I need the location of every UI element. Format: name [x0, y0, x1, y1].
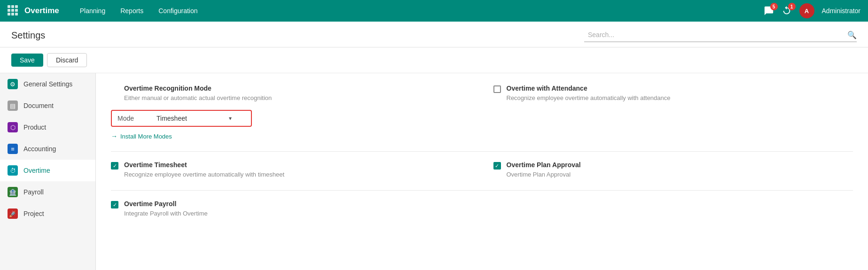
section-desc-recognition-mode: Either manual or automatic actual overti…	[124, 94, 272, 102]
checkbox-overtime-attendance[interactable]	[493, 85, 501, 93]
search-input[interactable]	[584, 30, 847, 39]
menu-configuration[interactable]: Configuration	[151, 0, 205, 22]
user-avatar[interactable]: A	[799, 3, 814, 18]
divider-2	[111, 190, 853, 191]
sidebar-item-general-settings[interactable]: ⚙ General Settings	[0, 73, 95, 95]
checkbox-overtime-payroll[interactable]	[111, 201, 118, 208]
mode-container: Mode Manual Timesheet Attendance ▾	[111, 110, 252, 127]
section-overtime-timesheet: Overtime Timesheet Recognize employee ov…	[111, 161, 471, 179]
sidebar-item-document[interactable]: ▤ Document	[0, 95, 95, 116]
project-icon: 🚀	[8, 208, 18, 219]
document-icon: ▤	[8, 100, 18, 111]
search-icon[interactable]: 🔍	[847, 31, 857, 39]
page-title: Settings	[11, 30, 45, 41]
chat-button[interactable]: 5	[764, 6, 774, 16]
topnav-right: 5 1 A Administrator	[764, 3, 860, 18]
section-title-overtime-timesheet: Overtime Timesheet	[124, 161, 284, 169]
menu-planning[interactable]: Planning	[72, 0, 113, 22]
section-title-overtime-attendance: Overtime with Attendance	[507, 85, 671, 92]
sidebar-label-overtime: Overtime	[23, 167, 50, 174]
chat-badge: 5	[770, 3, 778, 10]
install-link-label: Install More Modes	[120, 133, 172, 140]
app-grid-icon[interactable]	[8, 5, 19, 16]
discard-button[interactable]: Discard	[47, 53, 87, 67]
main-content: Overtime Recognition Mode Either manual …	[96, 73, 868, 270]
main-layout: ⚙ General Settings ▤ Document ⬡ Product …	[0, 73, 868, 270]
section-desc-overtime-attendance: Recognize employee overtime automaticall…	[507, 94, 671, 102]
sidebar-item-product[interactable]: ⬡ Product	[0, 116, 95, 138]
section-desc-overtime-plan-approval: Overtime Plan Approval	[507, 170, 581, 179]
sub-header: Settings 🔍	[0, 22, 868, 47]
sidebar-label-project: Project	[23, 210, 44, 217]
actions-row: Save Discard	[0, 47, 868, 73]
sidebar-item-accounting[interactable]: ≡ Accounting	[0, 138, 95, 160]
mode-label: Mode	[117, 115, 134, 122]
section-title-overtime-plan-approval: Overtime Plan Approval	[507, 161, 581, 169]
product-icon: ⬡	[8, 122, 18, 132]
activity-badge: 1	[788, 3, 796, 10]
payroll-icon: 🏦	[8, 187, 18, 197]
checkbox-overtime-timesheet[interactable]	[111, 162, 118, 170]
sidebar: ⚙ General Settings ▤ Document ⬡ Product …	[0, 73, 96, 270]
sidebar-label-general-settings: General Settings	[23, 80, 72, 88]
sidebar-item-overtime[interactable]: ⏱ Overtime	[0, 160, 95, 181]
section-overtime-plan-approval: Overtime Plan Approval Overtime Plan App…	[493, 161, 853, 179]
general-settings-icon: ⚙	[8, 79, 18, 89]
menu-reports[interactable]: Reports	[113, 0, 151, 22]
sidebar-item-payroll[interactable]: 🏦 Payroll	[0, 181, 95, 203]
section-overtime-with-attendance: Overtime with Attendance Recognize emplo…	[493, 85, 853, 140]
section-overtime-recognition-mode: Overtime Recognition Mode Either manual …	[111, 85, 471, 140]
sidebar-label-payroll: Payroll	[23, 188, 44, 196]
username[interactable]: Administrator	[822, 7, 860, 15]
activity-button[interactable]: 1	[782, 6, 792, 16]
search-bar: 🔍	[584, 28, 857, 42]
section-desc-overtime-timesheet: Recognize employee overtime automaticall…	[124, 170, 284, 179]
sidebar-label-document: Document	[23, 102, 54, 109]
mode-select[interactable]: Manual Timesheet Attendance	[156, 115, 232, 122]
install-arrow-icon: →	[111, 132, 117, 140]
overtime-icon: ⏱	[8, 165, 18, 176]
top-navigation: Overtime Planning Reports Configuration …	[0, 0, 868, 22]
install-more-modes-link[interactable]: → Install More Modes	[111, 132, 471, 140]
save-button[interactable]: Save	[11, 54, 43, 67]
sidebar-label-accounting: Accounting	[23, 145, 56, 153]
app-title: Overtime	[24, 6, 59, 15]
mode-select-wrapper: Manual Timesheet Attendance ▾	[156, 115, 232, 122]
sidebar-label-product: Product	[23, 123, 46, 131]
section-desc-overtime-payroll: Integrate Payroll with Overtime	[124, 209, 208, 218]
section-title-recognition-mode: Overtime Recognition Mode	[124, 85, 272, 92]
checkbox-overtime-plan-approval[interactable]	[493, 162, 501, 170]
section-overtime-payroll: Overtime Payroll Integrate Payroll with …	[111, 200, 471, 218]
section-title-overtime-payroll: Overtime Payroll	[124, 200, 208, 208]
divider-1	[111, 151, 853, 152]
sidebar-item-project[interactable]: 🚀 Project	[0, 203, 95, 224]
top-menu: Planning Reports Configuration	[72, 0, 764, 22]
accounting-icon: ≡	[8, 144, 18, 154]
